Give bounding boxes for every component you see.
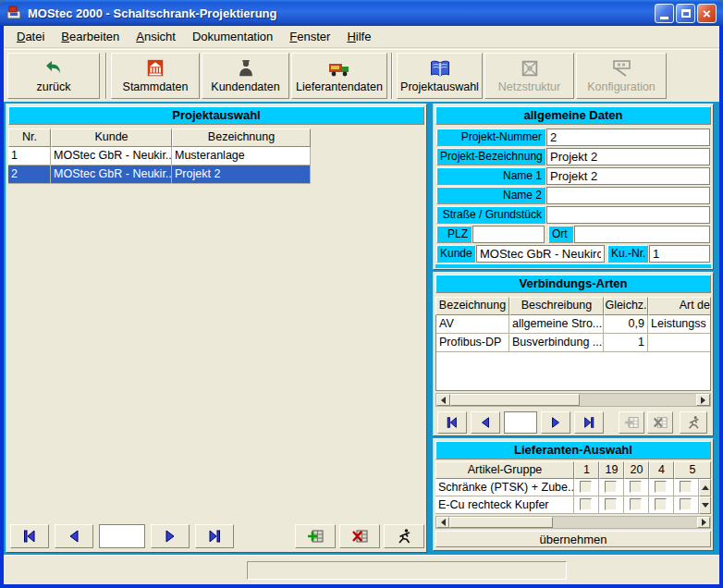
nav-prev-button[interactable] [471,411,500,434]
scroll-left-button[interactable] [436,517,449,528]
menu-fenster[interactable]: Fenster [281,27,338,46]
checkbox[interactable] [605,498,617,510]
cell-bezeichnung[interactable]: Profibus-DP [436,334,509,352]
scroll-left-icon [441,519,446,526]
kunr-field[interactable] [649,245,710,263]
checkbox-cell[interactable] [574,479,599,496]
checkbox[interactable] [680,481,692,493]
ort-field[interactable] [574,226,710,243]
nav-last-button[interactable] [195,524,234,548]
checkbox-cell[interactable] [649,496,674,514]
cell-art[interactable] [648,334,710,352]
checkbox-cell[interactable] [574,496,599,514]
cell-beschreibung[interactable]: allgemeine Stro... [509,315,604,334]
cell-beschreibung[interactable]: Busverbindung ... [509,334,604,352]
menu-ansicht[interactable]: Ansicht [128,27,184,46]
column-header-bezeichnung[interactable]: Bezeichnung [435,297,509,315]
column-header-4[interactable]: 4 [649,461,674,479]
cell-artikel-gruppe[interactable]: Schränke (PTSK) + Zube... [435,479,574,496]
lieferantendaten-button[interactable]: Lieferantendaten [291,53,387,99]
cell-nr[interactable]: 1 [8,147,51,165]
nav-next-button[interactable] [151,524,190,548]
scrollbar-thumb[interactable] [449,517,553,528]
nav-next-button[interactable] [541,411,570,434]
column-header-bezeichnung[interactable]: Bezeichnung [172,129,311,147]
checkbox[interactable] [580,498,592,510]
cell-bezeichnung[interactable]: Projekt 2 [172,165,311,184]
cell-artikel-gruppe[interactable]: E-Cu rechteck Kupfer [435,496,574,514]
plz-field[interactable] [472,226,545,243]
checkbox[interactable] [630,481,642,493]
cell-nr[interactable]: 2 [8,165,51,184]
last-record-icon [582,416,595,429]
column-header-5[interactable]: 5 [674,461,711,479]
kundendaten-button[interactable]: Kundendaten [202,53,289,99]
checkbox[interactable] [680,498,692,510]
cell-art[interactable]: Leistungss [648,315,710,334]
kunde-field[interactable] [476,245,605,263]
execute-button[interactable] [384,524,424,548]
checkbox-cell[interactable] [599,496,624,514]
scroll-left-button[interactable] [436,394,450,406]
scroll-up-button[interactable] [699,479,711,496]
menu-hilfe[interactable]: Hilfe [338,27,379,46]
minimize-button[interactable] [655,4,674,23]
cell-kunde[interactable]: MOStec GbR - Neukir... [51,165,172,184]
record-number-input[interactable] [504,411,537,434]
nav-first-button[interactable] [10,524,49,548]
apply-button[interactable]: übernehmen [435,531,711,547]
checkbox-cell[interactable] [624,479,649,496]
checkbox[interactable] [655,481,667,493]
checkbox[interactable] [605,481,617,493]
insert-record-button[interactable] [295,524,336,548]
column-header-kunde[interactable]: Kunde [51,129,172,147]
delete-record-button[interactable] [339,524,380,548]
projekt-nummer-field[interactable] [546,129,710,146]
checkbox[interactable] [580,481,592,493]
column-header-gleichz[interactable]: Gleichz. [604,297,648,315]
close-button[interactable]: × [697,4,717,23]
maximize-button[interactable] [676,4,695,23]
projekt-bezeichnung-field[interactable] [546,148,710,165]
strasse-field[interactable] [546,206,710,224]
checkbox-cell[interactable] [674,479,699,496]
cell-kunde[interactable]: MOStec GbR - Neukir... [51,147,172,165]
back-button[interactable]: zurück [7,53,100,99]
column-header-beschreibung[interactable]: Beschreibung [509,297,604,315]
cell-gleichz[interactable]: 0,9 [604,315,648,334]
title-bar[interactable]: MOStec 2000 - Schaltschrank-Projektierun… [0,0,723,26]
column-header-nr[interactable]: Nr. [8,129,51,147]
column-header-1[interactable]: 1 [574,461,599,479]
scroll-right-button[interactable] [696,394,710,406]
column-header-art[interactable]: Art de [648,297,711,315]
nav-first-button[interactable] [437,411,467,434]
scrollbar-thumb[interactable] [450,394,580,406]
horizontal-scrollbar[interactable] [435,393,711,407]
column-header-artikel-gruppe[interactable]: Artikel-Gruppe [435,461,574,479]
checkbox-cell[interactable] [624,496,649,514]
cell-bezeichnung[interactable]: Musteranlage [172,147,311,165]
horizontal-scrollbar[interactable] [435,516,711,529]
nav-last-button[interactable] [574,411,604,434]
scroll-right-button[interactable] [697,517,710,528]
general-panel-title: allgemeine Daten [435,106,711,125]
menu-bearbeiten[interactable]: Bearbeiten [53,27,128,46]
nav-prev-button[interactable] [55,524,93,548]
name1-field[interactable] [546,167,710,185]
scroll-down-button[interactable] [699,496,711,514]
menu-datei[interactable]: Datei [8,27,53,46]
checkbox[interactable] [630,498,642,510]
record-number-input[interactable] [99,524,145,548]
checkbox-cell[interactable] [649,479,674,496]
checkbox-cell[interactable] [674,496,699,514]
projektauswahl-button[interactable]: Projektauswahl [397,53,483,99]
menu-dokumentation[interactable]: Dokumentation [184,27,281,46]
stammdaten-button[interactable]: Stammdaten [111,53,200,99]
checkbox-cell[interactable] [599,479,624,496]
column-header-19[interactable]: 19 [599,461,624,479]
cell-bezeichnung[interactable]: AV [436,315,509,334]
column-header-20[interactable]: 20 [624,461,649,479]
checkbox[interactable] [655,498,667,510]
cell-gleichz[interactable]: 1 [604,334,648,352]
name2-field[interactable] [546,187,710,204]
